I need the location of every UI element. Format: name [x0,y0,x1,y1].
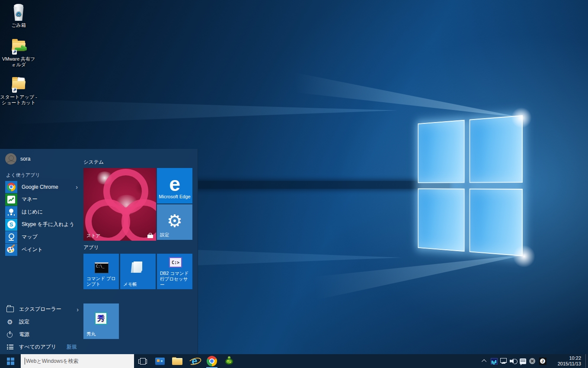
store-bag-icon [147,233,153,238]
chart-icon [7,196,15,203]
tile-store[interactable]: ストア [83,168,156,241]
all-apps-list-icon [6,343,14,351]
tile-notepad[interactable]: メモ帳 [120,254,156,289]
task-view-button[interactable] [134,354,151,368]
internet-explorer-button[interactable]: e [186,354,203,368]
search-input[interactable] [21,354,134,368]
tile-label: コマンド プロンプト [86,276,116,287]
desktop-icon-label: スタートアップ - ショートカット [0,94,37,106]
action-center-button[interactable] [518,354,527,368]
desktop-icon-label: ごみ箱 [0,23,37,28]
gear-icon: ⚙ [157,211,192,230]
tile-db2-command-line[interactable]: C:> DB2 コマンド行プロセッサー [157,254,192,289]
menu-item-all-apps[interactable]: すべてのアプリ 新規 [6,341,80,353]
task-view-icon [138,358,147,364]
paint-dot [12,250,13,252]
user-name: sora [20,156,30,162]
menu-item-label: エクスプローラー [19,306,61,313]
tile-label: Microsoft Edge [157,194,192,199]
folder-outline [6,307,14,312]
start-button[interactable] [0,354,21,368]
power-icon [6,331,14,339]
google-chrome-button[interactable] [203,354,220,368]
volume-wave [514,359,518,364]
user-account-button[interactable]: sora [5,153,30,165]
windows-hero-logo [418,115,523,256]
menu-item-label: マップ [22,233,38,241]
turtle-icon [224,356,234,366]
menu-item-google-chrome[interactable]: Google Chrome › [5,181,79,193]
edge-logo: e [157,172,192,196]
tray-network-button[interactable] [499,354,508,368]
tile-command-prompt[interactable]: C:\_ コマンド プロンプト [83,254,119,289]
file-explorer-button[interactable] [169,354,186,368]
tile-hidemaru[interactable]: 秀 秀丸 [83,303,119,339]
tile-settings[interactable]: ⚙ 設定 [157,204,192,240]
text-caret [25,358,25,365]
pinned-app-button[interactable] [151,354,169,368]
volume-icon [510,358,517,364]
tile-group-header-system: システム [83,159,104,165]
skype-icon: S [5,219,17,231]
logo-pane [470,115,523,183]
menu-item-label: ペイント [22,246,43,253]
shortcut-arrow-icon [12,88,17,93]
system-tray: J 10:22 2015/11/13 [480,354,588,368]
task-view-bracket [146,359,147,364]
menu-item-get-started[interactable]: はじめに [5,206,79,218]
clock-date: 2015/11/13 [551,361,581,367]
tray-meter-button[interactable] [489,354,499,368]
get-started-icon [5,206,17,218]
desktop-icon-startup-shortcut[interactable]: スタートアップ - ショートカット [0,75,37,106]
frequent-apps-header: よく使うアプリ [6,172,40,178]
menu-item-maps[interactable]: マップ [5,231,79,243]
db2-icon: C:> [169,257,182,268]
pinned-app-icon [155,358,165,365]
menu-item-label: 電源 [19,331,29,338]
startup-shortcut-folder-icon [10,75,28,94]
light-beam [225,250,527,320]
menu-item-explorer[interactable]: エクスプローラー › [6,303,80,316]
recycle-bin-icon: ♻ [10,3,28,22]
internet-explorer-icon: e [189,356,200,366]
light-beam [0,99,398,125]
menu-item-power[interactable]: 電源 [6,328,80,341]
pin-base [9,240,14,241]
menu-item-label: Google Chrome [22,184,58,190]
shortcut-arrow-icon [12,50,17,55]
taskbar-clock[interactable]: 10:22 2015/11/13 [551,355,581,367]
gear-icon: ⚙ [6,318,14,326]
explorer-folder-icon [6,306,14,313]
desktop-icon-recycle-bin[interactable]: ♻ ごみ箱 [0,3,37,28]
paint-dot [8,248,10,250]
menu-item-get-skype[interactable]: S Skype を手に入れよう [5,218,79,231]
tile-label: メモ帳 [123,281,153,287]
clock-time: 10:22 [551,355,581,361]
hidemaru-mail-button[interactable] [220,354,238,368]
cpu-meter-icon [491,358,498,365]
paint-icon [5,244,17,256]
money-app-icon [5,194,17,206]
circle-x-icon [529,358,535,364]
taskbar-search-box[interactable] [21,354,134,368]
show-desktop-button[interactable] [585,354,588,368]
shell-dot [227,360,229,362]
tile-label: ストア [86,233,153,239]
tile-label: 設定 [160,232,190,238]
tray-chevron-button[interactable] [480,354,489,368]
ime-mode-button[interactable]: J [537,354,548,368]
tile-microsoft-edge[interactable]: e Microsoft Edge [157,168,192,203]
tile-label: 秀丸 [86,331,116,337]
ime-icon: J [539,358,546,365]
menu-item-settings[interactable]: ⚙ 設定 [6,316,80,328]
power-symbol [6,331,13,338]
vmware-shared-folder-icon [10,37,28,55]
chevron-up-icon [482,359,486,364]
menu-item-paint[interactable]: ペイント [5,243,79,256]
desktop-icon-vmware-shared-folder[interactable]: VMware 共有フォルダ [0,37,37,68]
notepad-front [134,261,142,273]
tile-label: DB2 コマンド行プロセッサー [160,271,190,287]
tray-volume-button[interactable] [508,354,518,368]
menu-item-money[interactable]: マネー [5,193,79,206]
tray-status-button[interactable] [527,354,537,368]
